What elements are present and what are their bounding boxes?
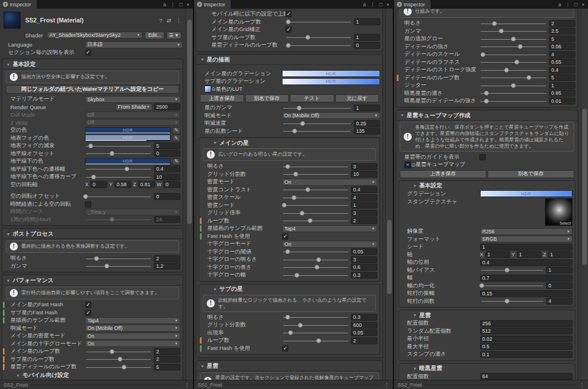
action-button[interactable]: 元に戻す xyxy=(335,94,380,102)
text-field[interactable]: 0.1 xyxy=(480,351,572,358)
value-field[interactable]: 0.3 xyxy=(351,314,377,321)
slider[interactable] xyxy=(479,36,547,43)
slider-thumb[interactable] xyxy=(286,20,291,24)
edit-shader-button[interactable]: Edit... xyxy=(145,32,164,39)
statusbar-menu-icon[interactable]: ⋮ xyxy=(384,382,389,388)
section-header[interactable]: ▼星雲キューブマップ作成 xyxy=(396,111,578,121)
slider[interactable] xyxy=(282,186,349,193)
action-button[interactable]: 上書き保存 xyxy=(400,170,486,178)
slider-thumb[interactable] xyxy=(110,217,114,222)
slider-thumb[interactable] xyxy=(300,121,305,126)
statusbar-menu-icon[interactable]: ⋮ xyxy=(184,382,189,388)
dropdown[interactable]: On▼ xyxy=(85,333,180,340)
slider-thumb[interactable] xyxy=(505,268,509,272)
value-field[interactable]: 0 xyxy=(546,282,572,289)
text-field[interactable]: 0.5 xyxy=(480,343,572,350)
eyedropper-icon[interactable]: ✎ xyxy=(172,134,180,141)
slider[interactable] xyxy=(479,82,547,89)
tab-inspector[interactable]: i Inspector xyxy=(0,0,37,9)
slider-thumb[interactable] xyxy=(305,35,310,40)
value-field[interactable]: 10 xyxy=(351,171,377,178)
gradient-field[interactable]: HDR xyxy=(282,78,380,85)
value-field[interactable]: 1 xyxy=(351,202,377,209)
checkbox[interactable]: ✓ xyxy=(282,345,288,352)
slider-thumb[interactable] xyxy=(292,129,297,133)
slider-thumb[interactable] xyxy=(308,218,312,223)
value-field[interactable]: 0.05 xyxy=(351,248,377,255)
slider[interactable] xyxy=(282,210,349,217)
value-field[interactable]: 2 xyxy=(154,356,180,363)
dropdown[interactable]: SRGB▼ xyxy=(480,236,572,242)
slider[interactable] xyxy=(85,150,152,157)
close-icon[interactable]: × xyxy=(187,2,189,7)
help-icon[interactable]: ? xyxy=(159,17,162,24)
cubemap-thumbnail[interactable]: ✕ xyxy=(404,161,411,168)
slider-thumb[interactable] xyxy=(88,144,93,148)
value-field[interactable]: 5 xyxy=(154,364,180,371)
restore-window-icon[interactable]: □ xyxy=(379,2,382,7)
slider-thumb[interactable] xyxy=(504,68,509,72)
slider-thumb[interactable] xyxy=(511,83,516,88)
axis-field[interactable]: 0 xyxy=(90,181,107,188)
text-field[interactable]: 256 xyxy=(480,320,572,327)
slider[interactable] xyxy=(282,194,349,201)
slider[interactable] xyxy=(479,51,547,58)
value-field[interactable]: 10 xyxy=(154,174,180,180)
subsection-header[interactable]: ▼モバイル向け設定 xyxy=(2,371,183,380)
slider[interactable] xyxy=(282,120,352,127)
restore-window-icon[interactable]: □ xyxy=(574,2,577,7)
slider-thumb[interactable] xyxy=(293,172,298,176)
slider-thumb[interactable] xyxy=(94,256,99,261)
kebab-icon[interactable]: ⋮ xyxy=(176,17,182,24)
dropdown[interactable]: On (Mobile Off)▼ xyxy=(282,112,380,119)
slider[interactable] xyxy=(285,42,352,49)
value-field[interactable]: 3 xyxy=(351,210,377,217)
slider-thumb[interactable] xyxy=(492,21,497,26)
text-field[interactable]: 0.15 xyxy=(480,290,572,297)
dropdown[interactable]: On▼ xyxy=(282,179,377,186)
slider-thumb[interactable] xyxy=(285,249,290,254)
scrollbar-thumb[interactable] xyxy=(582,109,587,264)
slider[interactable] xyxy=(282,171,349,178)
shader-dropdown[interactable]: AY_Shader/Skybox/StarrySky2▼ xyxy=(47,32,142,38)
slider[interactable] xyxy=(479,20,547,27)
slider-thumb[interactable] xyxy=(527,75,531,80)
text-field[interactable]: 0.02 xyxy=(480,336,572,342)
slider-thumb[interactable] xyxy=(499,29,504,33)
kebab-menu-icon[interactable]: ⋮ xyxy=(170,2,175,7)
slider[interactable] xyxy=(282,256,349,263)
slider-thumb[interactable] xyxy=(282,203,287,207)
value-field[interactable]: 1 xyxy=(354,105,380,111)
checkbox[interactable]: ✓ xyxy=(85,310,91,316)
slider-thumb[interactable] xyxy=(288,330,293,335)
slider[interactable] xyxy=(85,364,152,371)
dropdown[interactable]: 日本語▼ xyxy=(85,41,183,48)
slider-thumb[interactable] xyxy=(286,43,291,48)
value-field[interactable]: 2.5 xyxy=(549,28,575,34)
value-field[interactable]: 0.25 xyxy=(354,120,380,127)
slider[interactable] xyxy=(282,248,349,255)
slider[interactable] xyxy=(85,348,152,355)
checkbox[interactable]: ✓ xyxy=(85,302,91,308)
slider[interactable] xyxy=(85,263,152,269)
slider[interactable] xyxy=(479,67,547,74)
slider-thumb[interactable] xyxy=(122,365,126,369)
value-field[interactable]: 0 xyxy=(354,42,380,49)
slider[interactable] xyxy=(282,329,349,336)
kebab-menu-icon[interactable]: ⋮ xyxy=(370,2,375,7)
slider[interactable] xyxy=(285,18,352,25)
slider-thumb[interactable] xyxy=(316,338,321,343)
slider[interactable] xyxy=(480,298,544,305)
select-button[interactable]: Select xyxy=(559,221,572,225)
slider-thumb[interactable] xyxy=(511,37,516,41)
section-header[interactable]: ▼ポストプロセス xyxy=(2,229,183,239)
slider-thumb[interactable] xyxy=(316,257,321,262)
action-button[interactable]: 別名で保存 xyxy=(245,94,289,102)
gradient-field[interactable]: HDR xyxy=(480,190,572,197)
value-field[interactable]: 1 xyxy=(549,82,575,89)
slider[interactable] xyxy=(282,105,352,111)
value-field[interactable]: 0.05 xyxy=(351,329,377,336)
scrollbar[interactable] xyxy=(185,9,193,380)
axis-field[interactable]: 1 xyxy=(485,251,510,258)
action-button[interactable]: 上書き保存 xyxy=(200,94,244,102)
